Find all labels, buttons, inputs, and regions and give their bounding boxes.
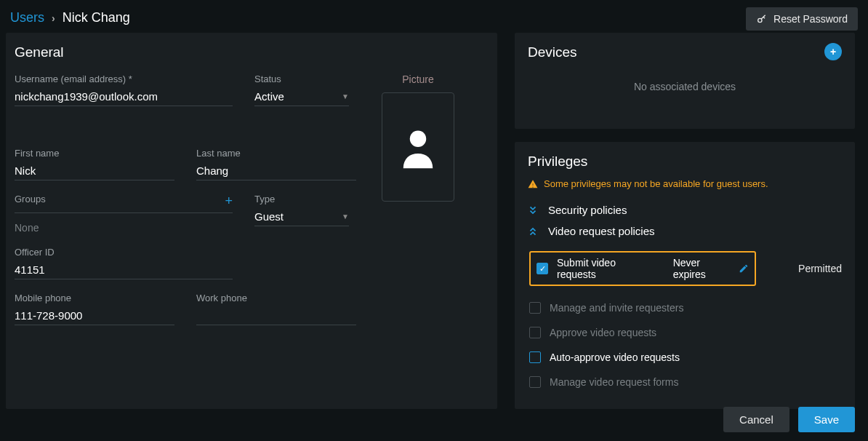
privileges-panel: Privileges Some privileges may not be av…: [515, 142, 855, 409]
devices-title: Devices: [528, 44, 842, 60]
username-input[interactable]: [15, 89, 233, 106]
chevron-down-icon: ▼: [342, 92, 349, 100]
picture-label: Picture: [371, 74, 465, 85]
security-policies-toggle[interactable]: Security policies: [528, 199, 842, 220]
manage-invite-row: Manage and invite requesters: [528, 295, 842, 320]
auto-approve-row: Auto-approve video requests: [528, 345, 842, 370]
video-request-policies-label: Video request policies: [548, 225, 654, 237]
status-dropdown[interactable]: Active ▼: [254, 89, 349, 106]
username-label: Username (email address) *: [15, 74, 233, 84]
status-value: Active: [254, 90, 284, 103]
general-panel: General Username (email address) * Statu…: [6, 33, 497, 409]
cancel-button[interactable]: Cancel: [723, 407, 789, 432]
manage-forms-label: Manage video request forms: [550, 376, 678, 388]
add-group-button[interactable]: +: [225, 194, 233, 209]
warning-text: Some privileges may not be available for…: [544, 178, 768, 189]
type-value: Guest: [254, 210, 284, 223]
type-dropdown[interactable]: Guest ▼: [254, 209, 349, 226]
person-icon: [398, 125, 438, 169]
first-name-input[interactable]: [15, 163, 174, 180]
key-icon: [756, 13, 768, 25]
no-devices-text: No associated devices: [528, 81, 842, 92]
warning-icon: [528, 179, 538, 189]
work-phone-label: Work phone: [196, 293, 356, 303]
never-expires-text: Never expires: [673, 257, 730, 280]
chevron-right-icon: ›: [52, 12, 55, 24]
breadcrumb-current: Nick Chang: [63, 10, 130, 25]
add-device-button[interactable]: +: [824, 43, 842, 60]
breadcrumb-users-link[interactable]: Users: [10, 10, 44, 25]
submit-video-requests-row: ✓ Submit video requests Never expires Pe…: [528, 242, 842, 295]
first-name-label: First name: [15, 148, 174, 159]
approve-label: Approve video requests: [550, 327, 656, 338]
officer-id-input[interactable]: [15, 262, 233, 279]
manage-invite-label: Manage and invite requesters: [550, 302, 683, 314]
auto-approve-checkbox[interactable]: [529, 351, 541, 363]
last-name-input[interactable]: [196, 163, 356, 180]
reset-password-button[interactable]: Reset Password: [746, 7, 858, 31]
save-button[interactable]: Save: [798, 407, 855, 432]
submit-label: Submit video requests: [557, 257, 648, 280]
auto-approve-label: Auto-approve video requests: [550, 351, 680, 363]
type-label: Type: [254, 194, 349, 204]
work-phone-input[interactable]: [196, 308, 356, 325]
last-name-label: Last name: [196, 148, 356, 159]
general-title: General: [15, 44, 483, 60]
submit-checkbox[interactable]: ✓: [537, 263, 548, 274]
footer-actions: Cancel Save: [710, 398, 868, 441]
picture-upload[interactable]: [382, 92, 454, 202]
approve-row: Approve video requests: [528, 320, 842, 345]
officer-id-label: Officer ID: [15, 247, 233, 258]
edit-expiry-button[interactable]: [739, 263, 749, 274]
double-chevron-down-icon: [528, 205, 539, 215]
video-request-policies-toggle[interactable]: Video request policies: [528, 220, 842, 242]
manage-forms-checkbox: [529, 376, 541, 388]
submit-highlight: ✓ Submit video requests Never expires: [529, 251, 756, 286]
approve-checkbox: [529, 327, 541, 338]
svg-point-1: [410, 131, 427, 148]
groups-value: None: [15, 218, 233, 234]
manage-forms-row: Manage video request forms: [528, 370, 842, 394]
reset-password-label: Reset Password: [773, 13, 848, 25]
privileges-warning: Some privileges may not be available for…: [528, 178, 842, 189]
manage-invite-checkbox: [529, 302, 541, 314]
privileges-title: Privileges: [528, 154, 842, 170]
permitted-badge: Permitted: [798, 263, 842, 274]
devices-panel: Devices + No associated devices: [515, 33, 855, 129]
mobile-phone-label: Mobile phone: [15, 293, 174, 303]
breadcrumb: Users › Nick Chang: [0, 0, 868, 33]
groups-label: Groups: [15, 194, 233, 204]
chevron-down-icon: ▼: [342, 212, 349, 220]
double-chevron-up-icon: [528, 226, 539, 237]
security-policies-label: Security policies: [548, 204, 627, 216]
mobile-phone-input[interactable]: [15, 308, 174, 325]
status-label: Status: [254, 74, 349, 84]
